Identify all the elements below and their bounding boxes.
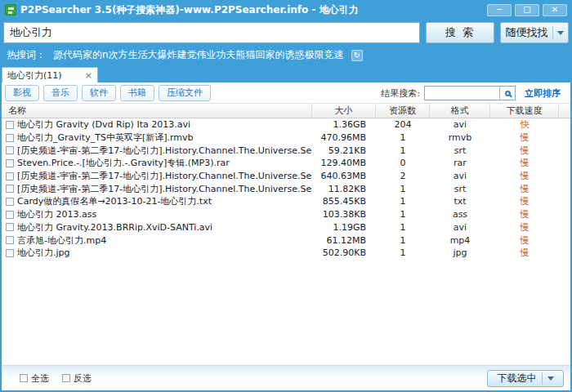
close-icon[interactable]: ✕: [543, 4, 567, 16]
tab-search-result[interactable]: 地心引力(11) ×: [2, 67, 98, 82]
random-find-button[interactable]: 随便找找: [500, 22, 569, 43]
select-all-group[interactable]: 全选: [20, 372, 49, 385]
source-count: 1: [376, 247, 430, 258]
minimize-icon[interactable]: ─: [487, 4, 512, 16]
hot-keyword-link[interactable]: 生活大爆炸: [128, 49, 177, 60]
file-name: 地心引力 Gravity.2013.BRRip.XviD-SANTi.avi: [17, 221, 312, 234]
file-name: 地心引力_Gravity_TS中英双字[新译].rmvb: [17, 131, 312, 144]
refresh-icon[interactable]: ↻: [351, 50, 363, 61]
row-checkbox[interactable]: [6, 236, 14, 244]
row-checkbox[interactable]: [6, 211, 14, 219]
download-selected-button[interactable]: 下载选中: [487, 370, 564, 387]
file-name: [历史频道-宇宙-第二季17-地心引力].History.Channel.The…: [17, 145, 312, 157]
table-row[interactable]: 地心引力 Gravity.2013.BRRip.XviD-SANTi.avi 1…: [2, 221, 570, 234]
sort-now-link[interactable]: 立即排序: [525, 87, 561, 100]
row-checkbox[interactable]: [6, 198, 14, 206]
row-checkbox[interactable]: [6, 146, 14, 154]
select-all-checkbox[interactable]: [20, 374, 28, 382]
download-speed: 慢: [490, 208, 559, 220]
result-search-input[interactable]: [425, 87, 499, 100]
table-row[interactable]: Cardy做的真假名单→2013-10-21-地心引力.txt 855.45KB…: [2, 195, 570, 208]
content-area: 影视音乐软件书籍压缩文件 结果搜索: 立即排序 名称 大小 资源数 格式 下载速…: [2, 82, 570, 365]
file-size: 502.90KB: [312, 247, 376, 258]
search-button[interactable]: 搜 索: [426, 22, 494, 43]
column-header-end: [559, 104, 570, 118]
random-find-label: 随便找找: [506, 25, 548, 40]
hot-keywords-label: 热搜词：: [7, 48, 46, 62]
source-count: 204: [376, 119, 430, 130]
hot-keyword-link[interactable]: 家的n次方: [83, 49, 128, 60]
window-controls: ─ □ ✕: [487, 4, 567, 16]
filter-button[interactable]: 影视: [5, 85, 39, 101]
file-format: srt: [430, 145, 490, 156]
hot-keyword-link[interactable]: 极限竞速: [305, 49, 344, 60]
table-row[interactable]: 地心引力.jpg 502.90KB 1 jpg 慢: [2, 247, 570, 260]
hot-keyword-link[interactable]: 建党伟业: [177, 49, 217, 60]
file-size: 59.21KB: [312, 145, 376, 156]
download-speed: 慢: [490, 183, 559, 195]
column-header-sources[interactable]: 资源数: [376, 104, 430, 118]
row-checkbox[interactable]: [6, 249, 14, 257]
row-checkbox[interactable]: [6, 121, 14, 129]
row-checkbox[interactable]: [6, 134, 14, 142]
table-row[interactable]: 言承旭-地心引力.mp4 61.12MB 1 mp4 慢: [2, 234, 570, 247]
invert-select-group[interactable]: 反选: [62, 372, 92, 385]
file-name: Steven.Price.-.[地心引力.-.Gravity]专辑.(MP3).…: [17, 157, 312, 169]
table-row[interactable]: 地心引力_Gravity_TS中英双字[新译].rmvb 470.96MB 1 …: [2, 131, 570, 145]
hot-keyword-link[interactable]: 回家的诱惑: [256, 49, 305, 60]
hot-keyword-link[interactable]: 功夫熊猫: [217, 49, 256, 60]
select-all-label: 全选: [31, 372, 49, 385]
filter-button[interactable]: 软件: [82, 85, 116, 101]
result-search-button[interactable]: [499, 87, 515, 100]
search-input[interactable]: [3, 22, 420, 43]
filter-button[interactable]: 书籍: [120, 85, 154, 101]
row-checkbox[interactable]: [6, 223, 14, 231]
file-format: rmvb: [430, 132, 490, 143]
download-speed: 慢: [490, 145, 559, 157]
search-icon: [505, 91, 511, 96]
row-checkbox[interactable]: [6, 185, 14, 193]
file-format: jpg: [430, 247, 490, 258]
maximize-icon[interactable]: □: [515, 4, 539, 16]
column-header-format[interactable]: 格式: [430, 104, 490, 118]
file-format: ass: [430, 209, 490, 220]
filter-button[interactable]: 音乐: [43, 85, 78, 101]
invert-select-checkbox[interactable]: [62, 374, 70, 382]
row-checkbox[interactable]: [6, 159, 14, 167]
file-size: 855.45KB: [312, 196, 376, 207]
table-row[interactable]: 地心引力 2013.ass 103.38KB 1 ass 慢: [2, 208, 570, 221]
column-header-name[interactable]: 名称: [2, 104, 312, 118]
file-name: 地心引力 Gravity (Dvd Rip) Ita 2013.avi: [17, 118, 312, 131]
file-size: 1.19GB: [312, 222, 376, 233]
download-speed: 慢: [490, 221, 559, 234]
result-search-label: 结果搜索:: [381, 87, 420, 100]
file-size: 640.63MB: [312, 171, 376, 181]
file-size: 103.38KB: [312, 209, 376, 220]
filter-button-list: 影视音乐软件书籍压缩文件: [5, 85, 211, 101]
download-speed: 慢: [490, 247, 559, 259]
column-header-speed[interactable]: 下载速度: [490, 104, 559, 118]
hot-keyword-link[interactable]: 源代码: [53, 49, 83, 60]
download-speed: 慢: [490, 131, 559, 144]
download-selected-label: 下载选中: [498, 372, 537, 385]
column-header-size[interactable]: 大小: [312, 104, 376, 118]
download-speed: 慢: [490, 170, 559, 182]
table-row[interactable]: [历史频道-宇宙-第二季17-地心引力].History.Channel.The…: [2, 144, 570, 157]
filter-button[interactable]: 压缩文件: [159, 85, 211, 101]
file-name: Cardy做的真假名单→2013-10-21-地心引力.txt: [17, 195, 312, 207]
row-checkbox[interactable]: [6, 172, 14, 180]
footer-bar: 全选 反选 下载选中: [2, 365, 570, 390]
file-size: 470.96MB: [312, 132, 376, 143]
download-speed: 慢: [490, 195, 559, 207]
table-row[interactable]: Steven.Price.-.[地心引力.-.Gravity]专辑.(MP3).…: [2, 157, 570, 170]
tab-close-icon[interactable]: ×: [85, 71, 92, 80]
table-row[interactable]: [历史频道-宇宙-第二季17-地心引力].History.Channel.The…: [2, 170, 570, 183]
file-size: 129.40MB: [312, 158, 376, 168]
table-row[interactable]: [历史频道-宇宙-第二季17-地心引力].History.Channel.The…: [2, 182, 570, 195]
source-count: 1: [376, 209, 430, 220]
file-name: 地心引力 2013.ass: [17, 208, 312, 220]
table-row[interactable]: 地心引力 Gravity (Dvd Rip) Ita 2013.avi 1.36…: [2, 118, 570, 131]
app-logo-icon: [5, 4, 16, 16]
file-format: txt: [430, 196, 490, 207]
invert-select-label: 反选: [74, 372, 92, 385]
